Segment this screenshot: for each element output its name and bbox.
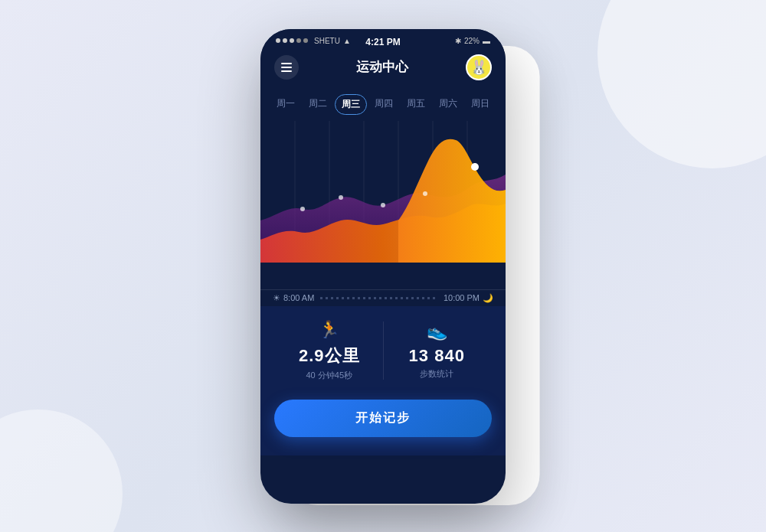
tab-wednesday[interactable]: 周三 [335,94,367,115]
time-end-label: 10:00 PM 🌙 [444,293,493,303]
signal-dot-4 [296,38,301,43]
signal-dot-2 [283,38,287,43]
week-tabs: 周一 周二 周三 周四 周五 周六 周日 [260,88,506,121]
wifi-icon: ▲ [343,37,351,45]
svg-point-6 [300,207,305,211]
bg-decoration-2 [0,410,123,532]
time-bar: ☀ 8:00 AM 10:00 PM 🌙 [260,289,506,306]
svg-point-8 [381,203,385,207]
svg-point-10 [471,163,479,171]
distance-value: 2.9公里 [276,344,383,367]
running-icon: 🏃 [276,320,383,340]
battery-percentage: 22% [464,37,480,45]
phone-container: SHETU ▲ 4:21 PM ✱ 22% ▬ 运动中心 🐰 周一 周二 周三 … [260,29,506,504]
bg-decoration-1 [597,0,766,168]
menu-button[interactable] [274,55,299,80]
status-left: SHETU ▲ [276,37,351,45]
svg-point-7 [339,195,343,200]
battery-icon: ▬ [483,37,490,45]
steps-label: 步数统计 [384,368,491,380]
activity-chart [260,121,506,289]
distance-stat: 🏃 2.9公里 40 分钟45秒 [276,320,383,381]
tab-sunday[interactable]: 周日 [465,94,496,115]
status-right: ✱ 22% ▬ [455,37,490,45]
svg-point-9 [423,191,427,196]
chart-svg [260,121,506,289]
signal-dot-3 [290,38,294,43]
avatar[interactable]: 🐰 [466,54,492,80]
tab-tuesday[interactable]: 周二 [303,94,333,115]
signal-dot-5 [303,38,308,43]
tab-thursday[interactable]: 周四 [368,94,399,115]
tab-friday[interactable]: 周五 [401,94,431,115]
stats-section: 🏃 2.9公里 40 分钟45秒 👟 13 840 步数统计 [260,306,506,393]
signal-dots [276,38,308,43]
distance-label: 40 分钟45秒 [276,370,383,381]
menu-line-1 [281,63,292,64]
time-progress-bar [320,297,437,299]
app-header: 运动中心 🐰 [260,48,506,88]
signal-dot-1 [276,38,280,43]
tab-saturday[interactable]: 周六 [433,94,463,115]
moon-icon: 🌙 [483,293,493,303]
menu-line-2 [281,67,292,68]
status-time: 4:21 PM [365,37,400,47]
steps-icon: 👟 [384,321,491,341]
bluetooth-icon: ✱ [455,37,461,45]
menu-line-3 [281,70,292,72]
hamburger-icon [281,63,292,72]
steps-value: 13 840 [384,346,491,366]
steps-stat: 👟 13 840 步数统计 [383,321,491,380]
start-button[interactable]: 开始记步 [274,400,492,437]
carrier-label: SHETU [314,37,340,45]
start-button-area: 开始记步 [260,393,506,455]
sun-icon: ☀ [273,293,280,303]
page-title: 运动中心 [356,58,408,76]
tab-monday[interactable]: 周一 [270,94,301,115]
status-bar: SHETU ▲ 4:21 PM ✱ 22% ▬ [260,29,506,48]
time-start-label: ☀ 8:00 AM [273,293,314,303]
